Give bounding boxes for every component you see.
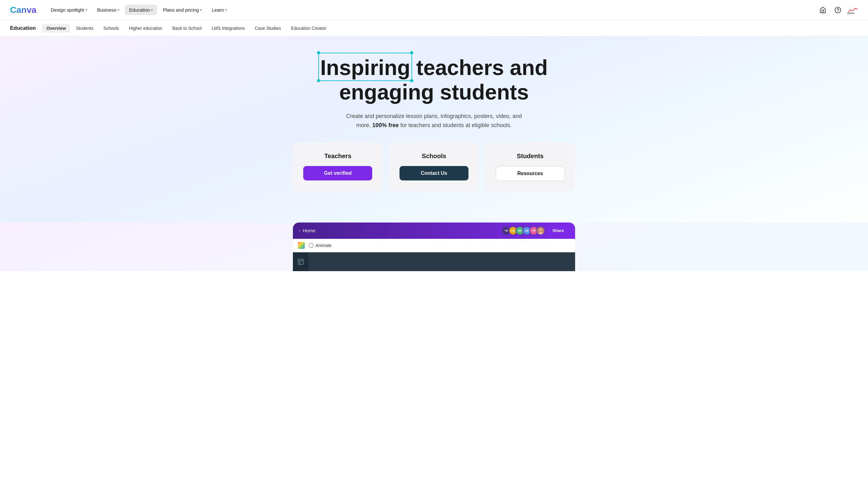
card-students-title: Students [517, 153, 544, 160]
nav-design-spotlight[interactable]: Design spotlight ▾ [47, 5, 91, 15]
subnav-case-studies[interactable]: Case Studies [251, 24, 285, 33]
subnav-higher-education[interactable]: Higher education [125, 24, 167, 33]
chevron-down-icon: ▾ [225, 8, 227, 12]
canva-logo[interactable]: Canva [10, 5, 36, 15]
chevron-down-icon: ▾ [151, 8, 153, 12]
preview-sidebar [293, 252, 309, 271]
svg-point-4 [539, 229, 542, 231]
nav-education-label: Education [129, 7, 150, 13]
card-students: Students Resources [485, 143, 575, 191]
back-chevron-icon: ‹ [299, 229, 300, 233]
nav-education[interactable]: Education ▾ [125, 5, 158, 15]
svg-text:DIGITAL: DIGITAL [847, 12, 855, 14]
hero-title-line2: engaging students [339, 80, 529, 104]
help-icon[interactable] [833, 5, 843, 15]
resources-button[interactable]: Resources [496, 166, 565, 181]
nav-design-spotlight-label: Design spotlight [51, 7, 84, 13]
card-schools: Schools Contact Us [389, 143, 479, 191]
nav-learn[interactable]: Learn ▾ [207, 5, 231, 15]
animate-label[interactable]: Animate [309, 243, 331, 248]
hero-title-wrapper: Inspiring teachers and engaging students [320, 55, 548, 104]
corner-dot-tr [410, 51, 413, 54]
preview-window: ‹ Home +8 AS SK AB TR [293, 222, 575, 271]
nav-plans-pricing[interactable]: Plans and pricing ▾ [158, 5, 206, 15]
preview-content-area [293, 252, 575, 271]
svg-rect-6 [298, 259, 304, 265]
chevron-down-icon: ▾ [86, 8, 87, 12]
share-button[interactable]: Share [548, 226, 569, 235]
preview-home-label[interactable]: Home [303, 228, 315, 233]
hero-title-inspiring: Inspiring [320, 56, 410, 80]
preview-topbar-right: +8 AS SK AB TR Share [502, 226, 569, 235]
hero-subtitle-bold: 100% free [372, 122, 399, 129]
preview-topbar: ‹ Home +8 AS SK AB TR [293, 222, 575, 239]
nav-business[interactable]: Business ▾ [93, 5, 124, 15]
preview-topbar-left: ‹ Home [299, 228, 315, 233]
hero-section: Inspiring teachers and engaging students… [0, 36, 868, 222]
corner-dot-tl [317, 51, 320, 54]
nav-plans-pricing-label: Plans and pricing [163, 7, 199, 13]
nav-right: DIGITAL [818, 5, 858, 15]
subnav-schools[interactable]: Schools [99, 24, 124, 33]
preview-toolbar: Animate [293, 239, 575, 252]
avatar-group: +8 AS SK AB TR [502, 226, 545, 235]
subnav-students[interactable]: Students [72, 24, 98, 33]
preview-content [309, 252, 575, 271]
svg-point-5 [538, 232, 543, 235]
chevron-down-icon: ▾ [117, 8, 119, 12]
hero-title-rest: teachers and [416, 56, 548, 80]
preview-section: ‹ Home +8 AS SK AB TR [0, 222, 868, 271]
hero-highlight-box: Inspiring [320, 55, 410, 80]
chevron-down-icon: ▾ [200, 8, 202, 12]
nav-items: Design spotlight ▾ Business ▾ Education … [47, 5, 818, 15]
sub-nav: Education Overview Students Schools High… [0, 20, 868, 36]
subnav-title: Education [10, 25, 36, 32]
get-verified-button[interactable]: Get verified [303, 166, 372, 181]
canva-small-icon [298, 242, 305, 249]
card-schools-title: Schools [422, 153, 446, 160]
subnav-overview[interactable]: Overview [42, 24, 70, 33]
card-teachers: Teachers Get verified [293, 143, 383, 191]
card-teachers-title: Teachers [324, 153, 351, 160]
subnav-lms-integrations[interactable]: LMS Integrations [207, 24, 249, 33]
avatar-photo [536, 226, 545, 235]
digital-summit-icon[interactable]: DIGITAL [848, 5, 858, 15]
hero-subtitle: Create and personalize lesson plans, inf… [340, 112, 528, 130]
nav-learn-label: Learn [212, 7, 224, 13]
home-icon[interactable] [818, 5, 828, 15]
contact-us-button[interactable]: Contact Us [400, 166, 468, 181]
hero-subtitle-end: for teachers and students at eligible sc… [400, 122, 512, 129]
corner-dot-bl [317, 79, 320, 82]
subnav-education-creator[interactable]: Education Creator [287, 24, 331, 33]
top-nav: Canva Design spotlight ▾ Business ▾ Educ… [0, 0, 868, 20]
animate-circle-icon [309, 243, 314, 248]
hero-cards: Teachers Get verified Schools Contact Us… [293, 143, 575, 191]
subnav-back-to-school[interactable]: Back to School [168, 24, 206, 33]
nav-business-label: Business [97, 7, 116, 13]
hero-title: Inspiring teachers and engaging students [320, 55, 548, 104]
